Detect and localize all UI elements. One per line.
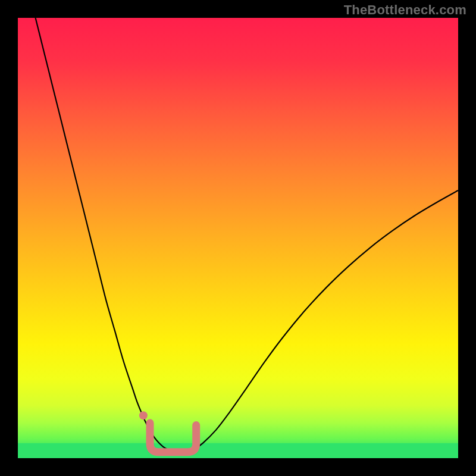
valley-dot [139,411,148,419]
plot-svg [18,18,458,458]
plot-frame [18,18,458,458]
green-band [18,443,458,458]
gradient-background [18,18,458,458]
chart-root: TheBottleneck.com [0,0,476,476]
watermark-text: TheBottleneck.com [344,2,466,18]
